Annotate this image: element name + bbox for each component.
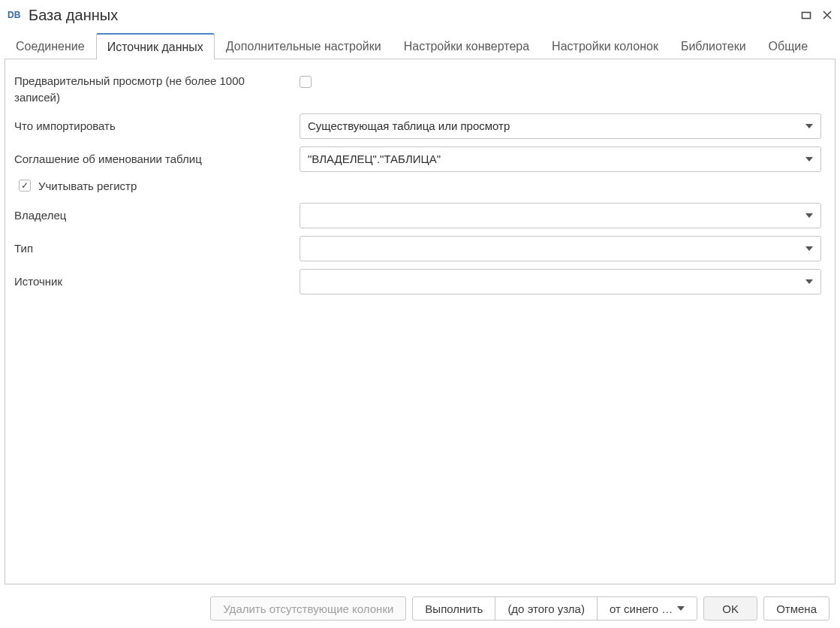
naming-label: Соглашение об именовании таблиц bbox=[14, 151, 300, 168]
source-combo[interactable] bbox=[300, 269, 821, 294]
execute-button-group: Выполнить (до этого узла) от синего … bbox=[412, 596, 697, 620]
execute-until-node-button[interactable]: (до этого узла) bbox=[495, 596, 598, 620]
ok-button[interactable]: OK bbox=[703, 596, 757, 620]
execute-button[interactable]: Выполнить bbox=[412, 596, 495, 620]
what-import-combo[interactable]: Существующая таблица или просмотр bbox=[300, 113, 821, 139]
case-sensitive-checkbox[interactable] bbox=[19, 180, 31, 192]
chevron-down-icon bbox=[805, 213, 813, 218]
what-import-label: Что импортировать bbox=[14, 118, 300, 134]
titlebar: DB База данных bbox=[0, 0, 840, 30]
svg-rect-1 bbox=[802, 13, 811, 19]
tab-libraries[interactable]: Библиотеки bbox=[670, 33, 757, 59]
type-combo[interactable] bbox=[300, 236, 821, 261]
owner-combo[interactable] bbox=[300, 203, 821, 228]
tab-converter[interactable]: Настройки конвертера bbox=[393, 33, 540, 59]
chevron-down-icon bbox=[805, 246, 813, 251]
case-sensitive-label: Учитывать регистр bbox=[38, 180, 137, 192]
source-label: Источник bbox=[14, 273, 300, 290]
svg-text:DB: DB bbox=[8, 10, 21, 20]
dialog-window: DB База данных Соединение Источник данны… bbox=[0, 0, 840, 628]
what-import-value: Существующая таблица или просмотр bbox=[308, 119, 510, 132]
preview-checkbox[interactable] bbox=[300, 76, 312, 88]
datasource-panel: Предварительный просмотр (не более 1000 … bbox=[5, 59, 835, 584]
dialog-footer: Удалить отсутствующие колонки Выполнить … bbox=[0, 589, 840, 628]
restore-icon[interactable] bbox=[801, 10, 811, 20]
naming-combo[interactable]: "ВЛАДЕЛЕЦ"."ТАБЛИЦА" bbox=[300, 146, 821, 172]
type-label: Тип bbox=[14, 240, 300, 257]
window-title: База данных bbox=[29, 7, 801, 24]
chevron-down-icon bbox=[805, 279, 813, 284]
cancel-button[interactable]: Отмена bbox=[763, 596, 829, 620]
tab-datasource[interactable]: Источник данных bbox=[96, 33, 215, 59]
preview-label: Предварительный просмотр (не более 1000 … bbox=[14, 73, 300, 106]
chevron-down-icon bbox=[805, 157, 813, 162]
close-icon[interactable] bbox=[822, 10, 832, 20]
tab-columns[interactable]: Настройки колонок bbox=[540, 33, 670, 59]
execute-mode-dropdown[interactable]: от синего … bbox=[597, 596, 697, 620]
chevron-down-icon bbox=[805, 124, 813, 128]
tab-advanced[interactable]: Дополнительные настройки bbox=[215, 33, 393, 59]
naming-value: "ВЛАДЕЛЕЦ"."ТАБЛИЦА" bbox=[308, 152, 441, 165]
execute-mode-value: от синего … bbox=[610, 602, 673, 615]
owner-label: Владелец bbox=[14, 207, 300, 224]
tab-general[interactable]: Общие bbox=[757, 33, 820, 59]
tabs-bar: Соединение Источник данных Дополнительны… bbox=[0, 30, 840, 59]
tab-connection[interactable]: Соединение bbox=[5, 33, 96, 59]
remove-missing-columns-button[interactable]: Удалить отсутствующие колонки bbox=[210, 596, 406, 620]
chevron-down-icon bbox=[677, 606, 685, 611]
db-icon: DB bbox=[8, 10, 23, 20]
